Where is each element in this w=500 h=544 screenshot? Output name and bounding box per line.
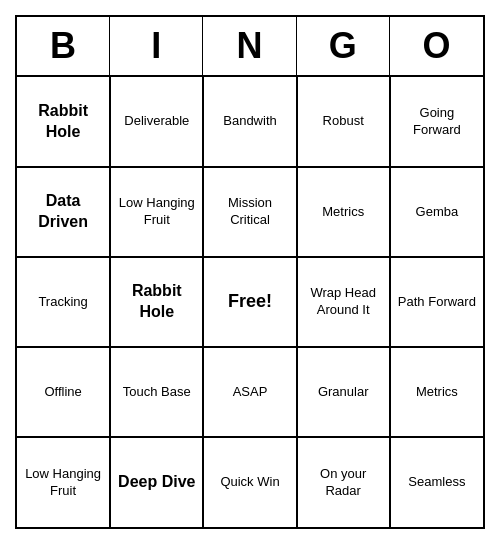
bingo-cell[interactable]: Granular: [297, 347, 390, 437]
bingo-cell[interactable]: Tracking: [17, 257, 110, 347]
bingo-cell[interactable]: Free!: [203, 257, 296, 347]
bingo-cell[interactable]: Metrics: [297, 167, 390, 257]
header-letter: I: [110, 17, 203, 75]
bingo-cell[interactable]: Path Forward: [390, 257, 483, 347]
header-letter: N: [203, 17, 296, 75]
bingo-cell[interactable]: Mission Critical: [203, 167, 296, 257]
bingo-grid: Rabbit HoleDeliverableBandwithRobustGoin…: [17, 77, 483, 527]
bingo-cell[interactable]: Offline: [17, 347, 110, 437]
bingo-cell[interactable]: Rabbit Hole: [17, 77, 110, 167]
bingo-cell[interactable]: Touch Base: [110, 347, 203, 437]
bingo-header: BINGO: [17, 17, 483, 77]
bingo-cell[interactable]: Metrics: [390, 347, 483, 437]
header-letter: O: [390, 17, 483, 75]
bingo-card: BINGO Rabbit HoleDeliverableBandwithRobu…: [15, 15, 485, 529]
bingo-cell[interactable]: Low Hanging Fruit: [110, 167, 203, 257]
bingo-cell[interactable]: Rabbit Hole: [110, 257, 203, 347]
header-letter: G: [297, 17, 390, 75]
header-letter: B: [17, 17, 110, 75]
bingo-cell[interactable]: Deliverable: [110, 77, 203, 167]
bingo-cell[interactable]: Bandwith: [203, 77, 296, 167]
bingo-cell[interactable]: Robust: [297, 77, 390, 167]
bingo-cell[interactable]: Quick Win: [203, 437, 296, 527]
bingo-cell[interactable]: Going Forward: [390, 77, 483, 167]
bingo-cell[interactable]: Low Hanging Fruit: [17, 437, 110, 527]
bingo-cell[interactable]: ASAP: [203, 347, 296, 437]
bingo-cell[interactable]: On your Radar: [297, 437, 390, 527]
bingo-cell[interactable]: Deep Dive: [110, 437, 203, 527]
bingo-cell[interactable]: Seamless: [390, 437, 483, 527]
bingo-cell[interactable]: Data Driven: [17, 167, 110, 257]
bingo-cell[interactable]: Wrap Head Around It: [297, 257, 390, 347]
bingo-cell[interactable]: Gemba: [390, 167, 483, 257]
